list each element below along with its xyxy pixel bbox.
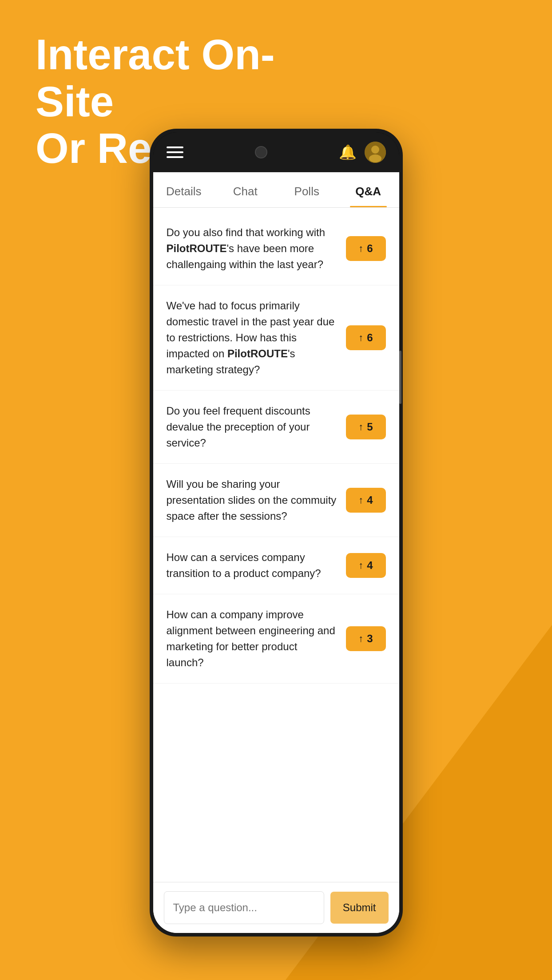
question-input[interactable] — [164, 891, 324, 924]
bell-icon[interactable]: 🔔 — [339, 144, 357, 161]
hamburger-icon[interactable] — [167, 146, 183, 158]
camera-icon — [255, 146, 267, 158]
qa-item: How can a company improve alignment betw… — [153, 594, 399, 684]
submit-button[interactable]: Submit — [330, 892, 389, 924]
hero-title-line1: Interact On-Site — [36, 31, 346, 125]
phone-topbar: 🔔 — [153, 132, 399, 172]
tab-polls[interactable]: Polls — [276, 172, 338, 207]
vote-button[interactable]: ↑ 6 — [346, 325, 386, 350]
input-area: Submit — [153, 882, 399, 933]
vote-button[interactable]: ↑ 4 — [346, 553, 386, 578]
vote-count: 4 — [367, 559, 373, 572]
scroll-indicator — [399, 351, 401, 404]
qa-item: Do you feel frequent discounts devalue t… — [153, 391, 399, 464]
svg-point-2 — [369, 154, 381, 162]
qa-question-text: Will you be sharing your presentation sl… — [167, 476, 337, 524]
vote-button[interactable]: ↑ 4 — [346, 488, 386, 513]
vote-count: 6 — [367, 332, 373, 344]
up-arrow-icon: ↑ — [358, 560, 363, 571]
qa-question-text: How can a company improve alignment betw… — [167, 607, 337, 671]
phone-screen: Details Chat Polls Q&A Do you also find … — [153, 172, 399, 933]
phone-inner: 🔔 Details Chat Polls Q&A — [153, 132, 399, 933]
vote-count: 6 — [367, 242, 373, 255]
vote-count: 5 — [367, 421, 373, 433]
tabs-bar: Details Chat Polls Q&A — [153, 172, 399, 208]
up-arrow-icon: ↑ — [358, 633, 363, 644]
tab-qa[interactable]: Q&A — [338, 172, 399, 207]
tab-details[interactable]: Details — [153, 172, 215, 207]
phone-frame: 🔔 Details Chat Polls Q&A — [150, 129, 403, 937]
svg-point-1 — [371, 146, 379, 154]
vote-button[interactable]: ↑ 6 — [346, 236, 386, 261]
vote-count: 3 — [367, 632, 373, 645]
up-arrow-icon: ↑ — [358, 332, 363, 344]
tab-chat[interactable]: Chat — [214, 172, 276, 207]
up-arrow-icon: ↑ — [358, 243, 363, 254]
topbar-right: 🔔 — [339, 142, 386, 163]
qa-question-text: Do you also find that working with Pilot… — [167, 225, 337, 273]
up-arrow-icon: ↑ — [358, 421, 363, 433]
vote-button[interactable]: ↑ 5 — [346, 415, 386, 439]
qa-item: Will you be sharing your presentation sl… — [153, 464, 399, 537]
vote-count: 4 — [367, 494, 373, 506]
qa-item: Do you also find that working with Pilot… — [153, 212, 399, 285]
qa-question-text: Do you feel frequent discounts devalue t… — [167, 403, 337, 451]
qa-item: We've had to focus primarily domestic tr… — [153, 285, 399, 391]
vote-button[interactable]: ↑ 3 — [346, 626, 386, 651]
avatar[interactable] — [365, 142, 386, 163]
qa-item: How can a services company transition to… — [153, 537, 399, 594]
up-arrow-icon: ↑ — [358, 494, 363, 506]
qa-question-text: We've had to focus primarily domestic tr… — [167, 298, 337, 378]
qa-list: Do you also find that working with Pilot… — [153, 208, 399, 882]
qa-question-text: How can a services company transition to… — [167, 549, 337, 581]
